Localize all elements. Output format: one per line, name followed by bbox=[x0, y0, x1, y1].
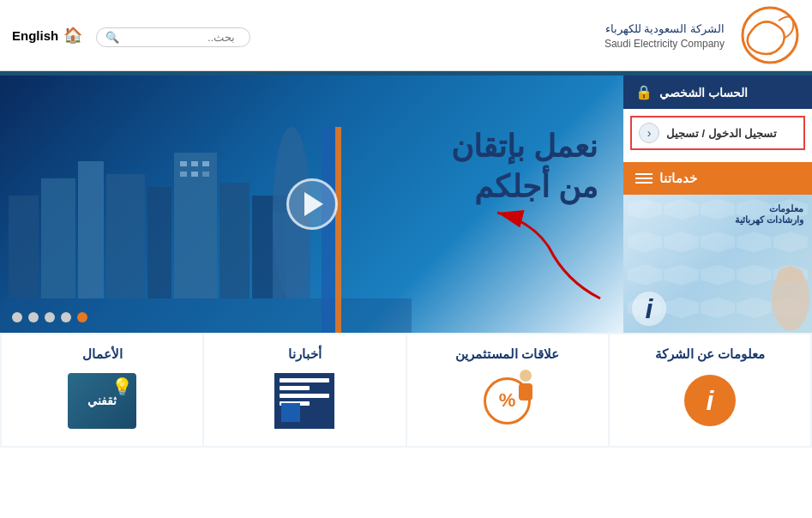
svg-point-22 bbox=[795, 269, 803, 285]
services-bar[interactable]: خدماتنا bbox=[623, 162, 812, 195]
tile-news-icon bbox=[270, 370, 339, 431]
menu-line-3 bbox=[635, 182, 653, 184]
banner-text-line1: نعمل بإتقان bbox=[451, 127, 598, 167]
banner-section: نعمل بإتقان من أجلكم الحساب الشخصي 🔒 تسج… bbox=[0, 75, 812, 333]
svg-rect-18 bbox=[322, 127, 335, 333]
login-box[interactable]: تسجيل الدخول / تسجيل ‹ bbox=[630, 116, 805, 150]
back-arrow-icon: ‹ bbox=[639, 123, 659, 143]
play-icon bbox=[304, 192, 323, 216]
header-left: English 🏠 🔍 bbox=[12, 24, 250, 47]
slide-dots bbox=[12, 312, 87, 322]
menu-line-2 bbox=[635, 178, 653, 179]
svg-rect-27 bbox=[519, 383, 532, 401]
svg-rect-19 bbox=[335, 127, 341, 333]
svg-rect-2 bbox=[9, 196, 39, 298]
hand-svg bbox=[735, 264, 812, 333]
company-name-en: Saudi Electricity Company bbox=[604, 38, 725, 50]
menu-line-1 bbox=[635, 173, 653, 175]
menu-icon bbox=[635, 173, 653, 184]
info-icon-big: i bbox=[632, 292, 666, 326]
thaqafni-bg: 💡 ثقفني bbox=[68, 373, 136, 429]
play-button[interactable] bbox=[286, 178, 338, 230]
svg-rect-5 bbox=[106, 174, 145, 298]
svg-rect-13 bbox=[202, 172, 209, 177]
svg-point-26 bbox=[520, 370, 532, 382]
tile-company-info[interactable]: معلومات عن الشركة i bbox=[610, 334, 810, 446]
company-logo-svg bbox=[731, 5, 800, 65]
info-card[interactable]: معلومات وارشادات كهربائية i bbox=[623, 195, 812, 333]
svg-rect-9 bbox=[191, 161, 198, 166]
lock-icon: 🔒 bbox=[635, 84, 653, 100]
dot-4[interactable] bbox=[61, 312, 71, 322]
home-icon[interactable]: 🏠 bbox=[63, 26, 82, 45]
tile-business[interactable]: الأعمال 💡 ثقفني bbox=[2, 334, 202, 446]
banner: نعمل بإتقان من أجلكم bbox=[0, 75, 623, 333]
dot-5-active[interactable] bbox=[77, 312, 87, 322]
svg-rect-6 bbox=[147, 187, 171, 298]
info-line2: وارشادات كهربائية bbox=[735, 214, 803, 226]
news-line-1 bbox=[280, 378, 329, 382]
info-line1: معلومات bbox=[735, 203, 803, 214]
company-name-ar: الشركة السعودية للكهرباء bbox=[604, 21, 725, 39]
svg-rect-4 bbox=[78, 161, 104, 298]
services-label: خدماتنا bbox=[659, 171, 697, 186]
banner-text-line2: من أجلكم bbox=[451, 167, 598, 208]
tile-business-title: الأعمال bbox=[82, 346, 123, 362]
svg-rect-3 bbox=[41, 178, 75, 298]
svg-point-23 bbox=[778, 268, 786, 284]
search-icon: 🔍 bbox=[105, 31, 119, 44]
svg-rect-12 bbox=[191, 172, 198, 177]
tile-company-info-icon: i bbox=[676, 370, 744, 431]
dot-1[interactable] bbox=[12, 312, 22, 322]
login-label: تسجيل الدخول / تسجيل bbox=[666, 127, 777, 140]
lang-label[interactable]: English bbox=[12, 28, 58, 43]
personal-account-header: الحساب الشخصي 🔒 bbox=[623, 75, 812, 109]
info-circle-icon: i bbox=[684, 375, 736, 426]
svg-rect-10 bbox=[202, 161, 209, 166]
svg-rect-11 bbox=[180, 172, 187, 177]
tile-investor-title: علاقات المستثمرين bbox=[455, 346, 559, 362]
person-figure bbox=[512, 369, 539, 403]
tile-investor-icon: % bbox=[473, 370, 542, 431]
search-input[interactable] bbox=[123, 31, 235, 44]
banner-text: نعمل بإتقان من أجلكم bbox=[451, 127, 598, 208]
dot-2[interactable] bbox=[28, 312, 39, 322]
investor-icon-wrap: % bbox=[478, 370, 538, 431]
bottom-tiles: الأعمال 💡 ثقفني أخبارنا علاقات المست bbox=[0, 333, 812, 448]
info-card-text: معلومات وارشادات كهربائية bbox=[735, 203, 803, 226]
personal-account-title: الحساب الشخصي bbox=[659, 86, 748, 99]
banner-buildings-svg bbox=[0, 127, 412, 333]
tile-company-info-title: معلومات عن الشركة bbox=[655, 346, 765, 362]
tile-investor[interactable]: علاقات المستثمرين % bbox=[407, 334, 608, 446]
tile-news-title: أخبارنا bbox=[288, 346, 322, 362]
tile-business-icon: 💡 ثقفني bbox=[68, 370, 136, 431]
search-bar: 🔍 bbox=[96, 27, 250, 47]
news-line-2 bbox=[280, 386, 310, 390]
news-paper-icon bbox=[274, 373, 334, 429]
svg-point-24 bbox=[786, 270, 795, 279]
bulb-icon: 💡 bbox=[111, 376, 133, 397]
svg-rect-14 bbox=[220, 183, 250, 298]
company-logo: الشركة السعودية للكهرباء Saudi Electrici… bbox=[604, 5, 800, 65]
right-panel: الحساب الشخصي 🔒 تسجيل الدخول / تسجيل ‹ خ… bbox=[623, 75, 812, 333]
tile-news[interactable]: أخبارنا bbox=[204, 334, 405, 446]
svg-rect-8 bbox=[180, 161, 187, 166]
news-line-3 bbox=[280, 394, 329, 398]
dot-3[interactable] bbox=[45, 312, 55, 322]
news-blue-square bbox=[281, 403, 300, 422]
header: English 🏠 🔍 الشركة السعودية للكهرباء Sau… bbox=[0, 0, 812, 71]
